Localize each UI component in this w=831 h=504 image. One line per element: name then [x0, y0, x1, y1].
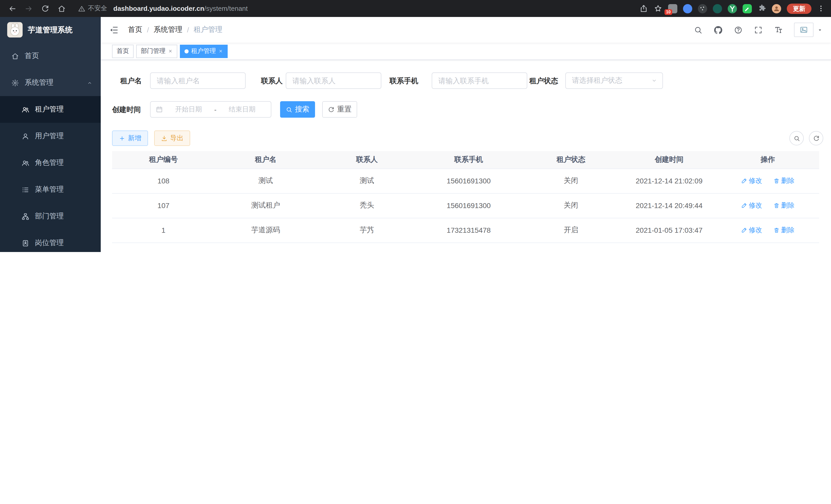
browser-profile-avatar[interactable]: [772, 4, 781, 13]
org-tree-icon: [22, 212, 29, 220]
user-avatar-dropdown[interactable]: [794, 23, 823, 37]
delete-link[interactable]: 删除: [773, 201, 795, 210]
contact-input[interactable]: [286, 72, 381, 89]
table-row: 1 芋道源码 芋艿 17321315478 开启 2021-01-05 17:0…: [112, 218, 819, 242]
calendar-icon: [156, 106, 163, 113]
sidebar-item-system[interactable]: 系统管理: [0, 69, 101, 96]
trash-icon: [773, 178, 780, 184]
cell-tenant-id: 1: [112, 218, 215, 242]
caret-down-icon: [817, 27, 823, 33]
sidebar-item-dashboard[interactable]: 首页: [0, 42, 101, 69]
add-button[interactable]: 新增: [112, 130, 148, 146]
sidebar-item-label: 租户管理: [35, 105, 64, 114]
edit-label: 修改: [749, 226, 762, 235]
search-button[interactable]: 搜索: [280, 101, 315, 118]
extensions-puzzle-icon[interactable]: [757, 4, 766, 13]
sidebar-item-post[interactable]: 岗位管理: [0, 230, 101, 252]
table-header-row: 租户编号 租户名 联系人 联系手机 租户状态 创建时间 操作: [112, 151, 819, 169]
close-icon[interactable]: [219, 49, 223, 53]
browser-back-button[interactable]: [6, 2, 19, 14]
sidebar-item-menu[interactable]: 菜单管理: [0, 176, 101, 203]
user-avatar: [794, 23, 813, 37]
chrome-update-button[interactable]: 更新: [787, 3, 811, 13]
edit-label: 修改: [749, 201, 762, 210]
edit-icon: [741, 178, 747, 184]
browser-chrome: 不安全 dashboard.yudao.iocoder.cn/system/te…: [0, 0, 831, 17]
active-dot-icon: [184, 49, 189, 53]
y-letter-icon: [728, 4, 737, 13]
browser-forward-button[interactable]: [23, 2, 35, 14]
breadcrumb-separator: /: [147, 26, 149, 34]
edit-link[interactable]: 修改: [741, 201, 762, 210]
create-time-range-picker[interactable]: 开始日期 - 结束日期: [150, 101, 271, 118]
cell-contact: 秃头: [317, 193, 417, 218]
col-status: 租户状态: [520, 151, 622, 169]
edit-link[interactable]: 修改: [741, 176, 762, 185]
cell-contact: 芋艿: [317, 218, 417, 242]
users-icon: [22, 106, 29, 113]
extension-badge: 10: [664, 9, 672, 14]
font-size-icon[interactable]: [774, 25, 783, 34]
contact-label: 联系人: [261, 72, 283, 89]
extension-adblock[interactable]: 10: [668, 4, 677, 13]
breadcrumb-home[interactable]: 首页: [128, 25, 142, 34]
sidebar-item-dept[interactable]: 部门管理: [0, 203, 101, 230]
add-button-label: 新增: [128, 134, 141, 143]
sidebar: 芋道管理系统 首页 系统管理 租户管理 用户管理 角色管理: [0, 17, 101, 252]
cell-status: 关闭: [520, 193, 622, 218]
tag-dept[interactable]: 部门管理: [136, 45, 177, 58]
refresh-table-button[interactable]: [809, 131, 823, 145]
delete-link[interactable]: 删除: [773, 176, 795, 185]
cell-created: 2021-01-05 17:03:47: [622, 218, 716, 242]
pencil-chat-icon: [743, 4, 752, 13]
breadcrumb-separator: /: [187, 26, 189, 34]
share-icon[interactable]: [639, 4, 648, 13]
question-icon[interactable]: [734, 25, 743, 34]
cell-mobile: 17321315478: [417, 218, 520, 242]
sidebar-item-role[interactable]: 角色管理: [0, 149, 101, 176]
globe-dots-icon: [698, 4, 707, 13]
search-button-label: 搜索: [295, 105, 309, 114]
tag-label: 租户管理: [191, 47, 216, 56]
tenant-name-input[interactable]: [150, 72, 246, 89]
extension-dark-green[interactable]: [713, 4, 722, 13]
app-logo[interactable]: 芋道管理系统: [0, 17, 101, 42]
status-select[interactable]: 请选择租户状态: [565, 72, 663, 89]
browser-home-button[interactable]: [56, 2, 68, 14]
cell-tenant-id: 107: [112, 193, 215, 218]
tag-tenant-active[interactable]: 租户管理: [180, 45, 228, 58]
browser-menu-icon[interactable]: [817, 4, 825, 13]
toggle-search-button[interactable]: [790, 131, 804, 145]
reset-button[interactable]: 重置: [322, 101, 357, 118]
extension-chat[interactable]: [743, 4, 752, 13]
extension-dark-globe[interactable]: [698, 4, 707, 13]
sidebar-collapse-icon[interactable]: [109, 25, 119, 35]
sidebar-item-tenant[interactable]: 租户管理: [0, 96, 101, 123]
security-chip[interactable]: 不安全: [78, 4, 107, 13]
navbar-actions: [694, 23, 831, 37]
extension-blue[interactable]: [683, 4, 692, 13]
col-contact: 联系人: [317, 151, 417, 169]
chevron-up-icon: [87, 80, 92, 86]
delete-link[interactable]: 删除: [773, 226, 795, 235]
github-icon[interactable]: [714, 25, 722, 34]
sidebar-item-user[interactable]: 用户管理: [0, 123, 101, 149]
mobile-input[interactable]: [432, 72, 527, 89]
sidebar-item-label: 角色管理: [35, 158, 64, 168]
app-title: 芋道管理系统: [28, 25, 73, 35]
delete-label: 删除: [781, 226, 795, 235]
search-icon[interactable]: [694, 25, 703, 34]
breadcrumb-system[interactable]: 系统管理: [154, 25, 182, 34]
bookmark-star-icon[interactable]: [654, 4, 662, 13]
browser-refresh-button[interactable]: [39, 2, 51, 14]
close-icon[interactable]: [168, 49, 173, 53]
extension-green-y[interactable]: [728, 4, 737, 13]
export-button[interactable]: 导出: [154, 130, 190, 146]
refresh-icon: [813, 135, 820, 142]
status-label: 租户状态: [529, 72, 558, 89]
url-domain: dashboard.yudao.iocoder.cn: [113, 5, 204, 12]
tag-home[interactable]: 首页: [112, 45, 134, 58]
edit-link[interactable]: 修改: [741, 226, 762, 235]
url-bar[interactable]: dashboard.yudao.iocoder.cn/system/tenant: [113, 5, 248, 12]
fullscreen-icon[interactable]: [754, 25, 763, 34]
